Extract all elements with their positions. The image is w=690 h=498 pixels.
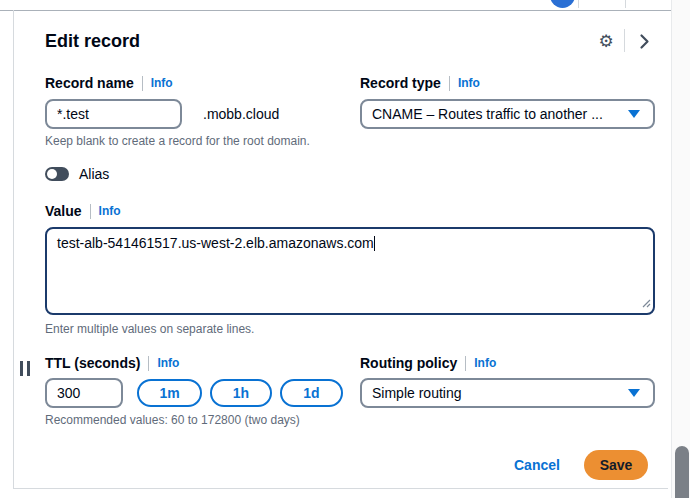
alias-toggle-row: Alias bbox=[45, 166, 109, 182]
scrollbar-thumb[interactable] bbox=[675, 446, 689, 498]
alias-label: Alias bbox=[79, 166, 109, 182]
value-label: Value bbox=[45, 203, 82, 219]
dropdown-caret-icon bbox=[628, 389, 640, 397]
page-title: Edit record bbox=[45, 31, 140, 52]
value-textarea-text: test-alb-541461517.us-west-2.elb.amazona… bbox=[57, 235, 374, 251]
ttl-info-link[interactable]: Info bbox=[157, 356, 179, 370]
record-type-selected-value: CNAME – Routes traffic to another ... bbox=[372, 106, 603, 122]
value-help: Enter multiple values on separate lines. bbox=[45, 322, 254, 336]
ttl-label-row: TTL (seconds) Info bbox=[45, 355, 179, 371]
routing-policy-label-row: Routing policy Info bbox=[360, 355, 496, 371]
record-type-select[interactable]: CNAME – Routes traffic to another ... bbox=[360, 99, 655, 129]
ttl-input[interactable] bbox=[45, 378, 123, 408]
save-button[interactable]: Save bbox=[584, 450, 648, 480]
domain-suffix: .mobb.cloud bbox=[203, 106, 279, 122]
gear-icon[interactable]: ⚙ bbox=[595, 30, 617, 52]
chevron-right-icon[interactable] bbox=[639, 33, 650, 54]
scrollbar-track[interactable] bbox=[671, 0, 690, 498]
toggle-knob bbox=[47, 169, 57, 179]
routing-policy-select[interactable]: Simple routing bbox=[360, 378, 655, 408]
ttl-help: Recommended values: 60 to 172800 (two da… bbox=[45, 413, 300, 427]
routing-policy-info-link[interactable]: Info bbox=[474, 356, 496, 370]
value-label-row: Value Info bbox=[45, 203, 121, 219]
topbar-divider bbox=[625, 0, 626, 8]
routing-policy-selected-value: Simple routing bbox=[372, 385, 462, 401]
label-divider bbox=[465, 356, 466, 371]
ttl-preset-1m-button[interactable]: 1m bbox=[137, 379, 202, 407]
value-textarea[interactable]: test-alb-541461517.us-west-2.elb.amazona… bbox=[45, 227, 655, 315]
edit-record-screen: Edit record ⚙ Record name Info .mobb.clo… bbox=[0, 0, 690, 498]
ttl-preset-1d-button[interactable]: 1d bbox=[280, 379, 343, 407]
record-type-info-link[interactable]: Info bbox=[458, 76, 480, 90]
label-divider bbox=[90, 204, 91, 219]
record-name-label: Record name bbox=[45, 75, 134, 91]
record-type-label: Record type bbox=[360, 75, 441, 91]
routing-policy-label: Routing policy bbox=[360, 355, 457, 371]
ttl-preset-1h-button[interactable]: 1h bbox=[210, 379, 272, 407]
panel-top-border bbox=[0, 10, 671, 11]
text-cursor bbox=[374, 236, 375, 251]
value-info-link[interactable]: Info bbox=[99, 204, 121, 218]
resize-grip-icon[interactable] bbox=[642, 295, 651, 311]
record-name-label-row: Record name Info bbox=[45, 75, 173, 91]
label-divider bbox=[142, 76, 143, 91]
dropdown-caret-icon bbox=[628, 110, 640, 118]
panel-left-border bbox=[13, 10, 14, 488]
record-type-label-row: Record type Info bbox=[360, 75, 480, 91]
topbar-divider bbox=[578, 0, 579, 8]
record-name-input[interactable] bbox=[45, 99, 182, 129]
alias-toggle[interactable] bbox=[45, 167, 69, 181]
ttl-label: TTL (seconds) bbox=[45, 355, 140, 371]
label-divider bbox=[148, 356, 149, 371]
record-name-help: Keep blank to create a record for the ro… bbox=[45, 134, 310, 148]
panel-bottom-border bbox=[13, 488, 668, 489]
user-avatar[interactable] bbox=[550, 0, 575, 8]
label-divider bbox=[449, 76, 450, 91]
cancel-button[interactable]: Cancel bbox=[514, 457, 560, 473]
record-name-info-link[interactable]: Info bbox=[151, 76, 173, 90]
header-divider bbox=[624, 29, 625, 52]
split-panel-drag-handle[interactable] bbox=[20, 361, 30, 376]
